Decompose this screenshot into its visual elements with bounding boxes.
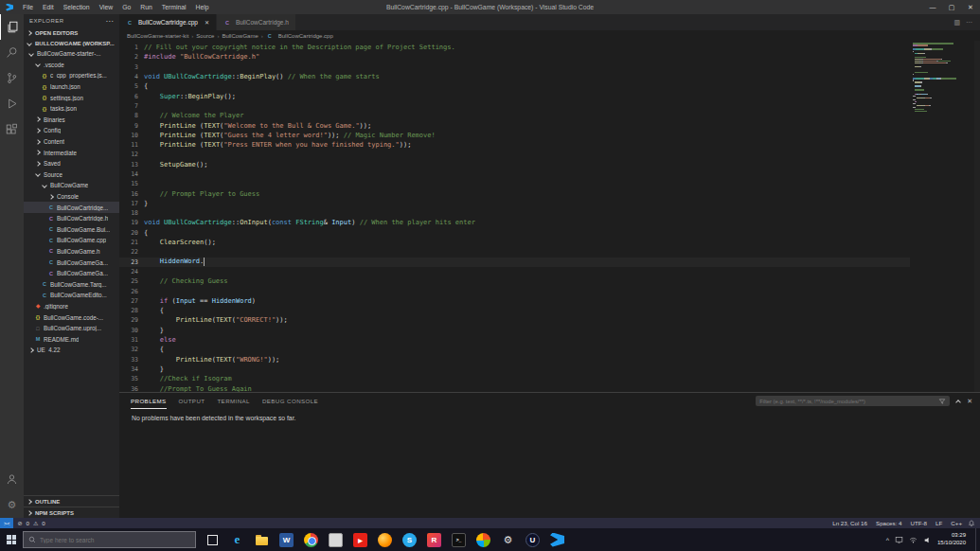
breadcrumb-item[interactable]: BullCowGame-starter-kit <box>127 33 188 39</box>
menu-file[interactable]: File <box>18 4 38 10</box>
file-item[interactable]: {}c_cpp_properties.js... <box>24 70 119 81</box>
taskbar-unreal-engine-icon[interactable]: U <box>526 533 540 547</box>
code-line[interactable]: 23 HiddenWord. <box>119 258 910 267</box>
code-line[interactable]: 20{ <box>119 228 910 238</box>
code-line[interactable]: 17} <box>119 199 910 208</box>
close-icon[interactable]: ✕ <box>961 0 980 14</box>
more-actions-icon[interactable]: ⋯ <box>966 19 972 27</box>
taskbar-firefox-icon[interactable] <box>378 533 392 547</box>
menu-go[interactable]: Go <box>117 4 135 10</box>
taskbar-word-icon[interactable]: W <box>279 533 294 547</box>
code-line[interactable]: 1// Fill out your copyright notice in th… <box>119 43 910 52</box>
show-desktop-button[interactable] <box>975 528 980 551</box>
file-item[interactable]: CBullCowGame.Bui... <box>24 224 119 236</box>
warning-count[interactable]: 0 <box>42 520 45 526</box>
file-item[interactable]: CBullCowGame.Targ... <box>24 278 119 290</box>
maximize-panel-icon[interactable] <box>956 399 960 404</box>
code-line[interactable]: 2#include "BullCowCartridge.h" <box>119 52 910 62</box>
restore-icon[interactable]: ▢ <box>942 0 961 14</box>
folder-item[interactable]: Intermediate <box>24 147 119 158</box>
file-item[interactable]: CBullCowCartridge... <box>24 202 119 213</box>
folder-item[interactable]: Console <box>24 191 119 203</box>
code-line[interactable]: 14 <box>119 169 910 179</box>
menu-terminal[interactable]: Terminal <box>157 4 191 10</box>
folder-item[interactable]: BullCowGame <box>24 180 119 191</box>
file-item[interactable]: CBullCowGame.cpp <box>24 235 119 246</box>
folder-item[interactable]: Content <box>24 136 119 148</box>
filter-input[interactable] <box>759 399 935 404</box>
panel-tab-problems[interactable]: PROBLEMS <box>131 393 167 409</box>
code-line[interactable]: 12 <box>119 150 910 159</box>
explorer-icon[interactable] <box>0 14 24 40</box>
code-line[interactable]: 22 <box>119 247 910 257</box>
panel-tab-terminal[interactable]: TERMINAL <box>217 393 250 409</box>
source-control-icon[interactable] <box>0 65 24 91</box>
cursor-position[interactable]: Ln 23, Col 16 <box>832 520 867 526</box>
folder-item[interactable]: UE_4.22 <box>24 345 119 356</box>
code-line[interactable]: 15 <box>119 179 910 188</box>
folder-item[interactable]: Source <box>24 169 119 181</box>
file-item[interactable]: {}settings.json <box>24 92 119 103</box>
start-button[interactable] <box>0 528 23 551</box>
wifi-icon[interactable] <box>909 536 918 544</box>
code-line[interactable]: 3 <box>119 62 910 72</box>
code-line[interactable]: 27 if (Input == HiddenWord) <box>119 296 910 306</box>
encoding[interactable]: UTF-8 <box>911 520 928 526</box>
code-line[interactable]: 21 ClearScreen(); <box>119 238 910 247</box>
code-line[interactable]: 6 Super::BeginPlay(); <box>119 91 910 100</box>
file-item[interactable]: CBullCowGameGa... <box>24 268 119 279</box>
code-line[interactable]: 16 // Prompt Player to Guess <box>119 188 910 198</box>
taskbar-search-input[interactable] <box>40 537 190 543</box>
panel-tab-output[interactable]: OUTPUT <box>179 393 205 409</box>
taskbar-terminal-icon[interactable]: >_ <box>452 533 466 547</box>
breadcrumb-item[interactable]: BullCowGame <box>222 33 258 39</box>
file-item[interactable]: CBullCowGameGa... <box>24 257 119 268</box>
section-outline[interactable]: OUTLINE <box>24 495 119 507</box>
errors-icon[interactable]: ⊘ <box>17 520 22 526</box>
code-line[interactable]: 36 //Prompt To Guess Again <box>119 383 910 392</box>
taskbar-youtube-icon[interactable]: ▶ <box>353 533 367 547</box>
more-actions-icon[interactable]: ⋯ <box>106 17 115 26</box>
file-item[interactable]: CBullCowGameEdito... <box>24 290 119 301</box>
search-icon[interactable] <box>0 40 24 65</box>
run-debug-icon[interactable] <box>0 91 24 116</box>
code-line[interactable]: 34 } <box>119 364 910 374</box>
folder-item[interactable]: Config <box>24 125 119 136</box>
taskbar-task-view-icon[interactable] <box>205 533 220 547</box>
file-item[interactable]: {}launch.json <box>24 81 119 93</box>
menu-view[interactable]: View <box>95 4 118 10</box>
code-line[interactable]: 13 SetupGame(); <box>119 160 910 169</box>
file-item[interactable]: {}BullCowGame.code-... <box>24 311 119 323</box>
folder-item[interactable]: Saved <box>24 158 119 169</box>
taskbar-media-app-icon[interactable] <box>329 533 343 547</box>
taskbar-clock[interactable]: 03:29 15/10/2020 <box>937 532 966 547</box>
taskbar-photos-icon[interactable] <box>476 533 490 547</box>
file-item[interactable]: MREADME.md <box>24 333 119 345</box>
code-line[interactable]: 31 else <box>119 335 910 345</box>
settings-icon[interactable]: ⚙ <box>0 492 24 518</box>
warnings-icon[interactable]: ⚠ <box>33 520 38 526</box>
open-editors-section[interactable]: OPEN EDITORS <box>24 27 119 38</box>
code-line[interactable]: 28 { <box>119 306 910 315</box>
code-line[interactable]: 18 <box>119 208 910 218</box>
taskbar-skype-icon[interactable]: S <box>402 533 417 547</box>
close-tab-icon[interactable]: ✕ <box>205 19 209 26</box>
close-panel-icon[interactable]: ✕ <box>967 398 972 405</box>
menu-edit[interactable]: Edit <box>38 4 59 10</box>
code-line[interactable]: 9 PrintLine (TEXT("Welcome to the Bull &… <box>119 120 910 130</box>
folder-item[interactable]: Binaries <box>24 115 119 126</box>
account-icon[interactable] <box>0 467 24 492</box>
breadcrumb-item[interactable]: BullCowCartridge.cpp <box>278 33 333 39</box>
taskbar-rider-icon[interactable]: R <box>427 533 441 547</box>
menu-run[interactable]: Run <box>135 4 156 10</box>
minimize-icon[interactable]: — <box>923 0 942 14</box>
code-line[interactable]: 11 PrintLine (TEXT("Press ENTER when you… <box>119 140 910 150</box>
folder-item[interactable]: .vscode <box>24 60 119 71</box>
file-item[interactable]: {}tasks.json <box>24 103 119 115</box>
split-editor-icon[interactable]: ▥ <box>953 19 960 27</box>
code-line[interactable]: 5{ <box>119 81 910 91</box>
menu-help[interactable]: Help <box>190 4 213 10</box>
code-line[interactable]: 10 PrintLine (TEXT("Guess the 4 letter w… <box>119 131 910 140</box>
code-line[interactable]: 32 { <box>119 345 910 354</box>
code-line[interactable]: 4void UBullCowCartridge::BeginPlay() // … <box>119 72 910 81</box>
